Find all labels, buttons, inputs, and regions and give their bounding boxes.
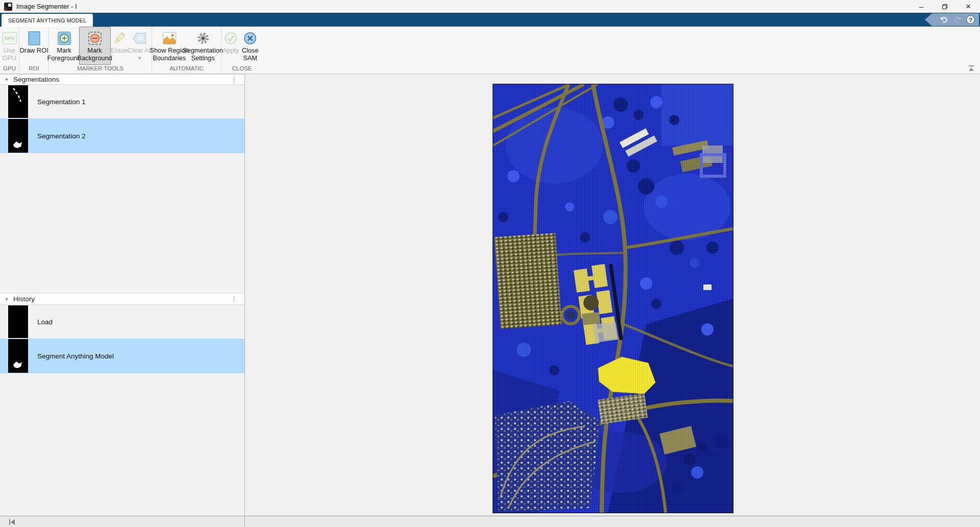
clear-all-icon xyxy=(132,30,148,46)
segmentations-overflow-menu-icon[interactable]: ⋮ xyxy=(231,75,237,84)
group-label-automatic-segmentation: AUTOMATIC SEGMENTATION xyxy=(152,65,221,74)
toolbar-group-automatic-segmentation: Show Region Boundaries Segmentation xyxy=(152,27,222,74)
collapse-toolstrip-button[interactable] xyxy=(967,64,976,73)
close-sam-x-icon xyxy=(243,30,257,46)
tab-segment-anything-model[interactable]: SEGMENT ANYTHING MODEL xyxy=(2,14,93,27)
close-button[interactable]: × xyxy=(957,0,980,13)
group-label-gpu: GPU xyxy=(0,65,19,74)
segmentation-1-label: Segmentation 1 xyxy=(37,98,86,106)
history-sam-label: Segment Anything Model xyxy=(37,352,114,360)
redo-icon xyxy=(953,16,963,24)
erase-button[interactable]: Erase xyxy=(111,27,128,65)
maximize-button[interactable] xyxy=(933,0,957,13)
undo-button[interactable] xyxy=(939,15,949,24)
history-load-thumbnail xyxy=(8,305,28,338)
collapse-panel-button[interactable] xyxy=(8,518,16,525)
mark-background-icon xyxy=(88,30,102,46)
skip-to-start-icon xyxy=(8,519,16,525)
segmentation-2-item[interactable]: Segmentation 2 xyxy=(0,118,244,153)
toolbar-group-close: Apply Close SAM CLOSE xyxy=(222,27,262,74)
gear-icon xyxy=(196,30,210,46)
close-sam-button[interactable]: Close SAM xyxy=(239,27,261,65)
quick-access-toolbar: ? xyxy=(925,13,979,26)
history-sam-thumbnail xyxy=(8,339,28,373)
mark-foreground-icon xyxy=(57,30,71,46)
status-bar xyxy=(0,516,980,527)
history-panel-header[interactable]: ▾ History ⋮ xyxy=(0,293,244,305)
help-button[interactable]: ? xyxy=(966,15,975,24)
segmentations-panel-title: Segmentations xyxy=(13,76,59,83)
history-sam-item[interactable]: Segment Anything Model xyxy=(0,339,244,373)
minimize-button[interactable]: – xyxy=(910,0,933,13)
mark-background-button[interactable]: Mark Background xyxy=(79,27,111,65)
close-icon: × xyxy=(966,2,971,12)
minimize-icon: – xyxy=(919,2,923,11)
segmentation-1-item[interactable]: Segmentation 1 xyxy=(0,85,244,118)
group-label-roi: ROI xyxy=(19,65,48,74)
use-gpu-button[interactable]: GPU Use GPU xyxy=(1,27,18,65)
satellite-image[interactable] xyxy=(493,84,733,513)
apply-button[interactable]: Apply xyxy=(223,27,239,65)
group-label-marker-tools: MARKER TOOLS xyxy=(49,65,152,74)
history-panel-title: History xyxy=(13,295,35,303)
toolbar-group-gpu: GPU Use GPU GPU xyxy=(0,27,19,74)
redo-button[interactable] xyxy=(952,15,963,24)
clear-all-button[interactable]: Clear All ▾ xyxy=(128,27,152,65)
app-icon xyxy=(4,3,12,11)
image-canvas-area xyxy=(245,74,980,516)
group-label-close: CLOSE xyxy=(222,65,262,74)
segmentation-2-thumbnail xyxy=(8,119,28,153)
window-title: Image Segmenter - I xyxy=(16,3,77,10)
toolstrip: GPU Use GPU GPU Draw ROI xyxy=(0,27,980,74)
roi-rectangle-icon xyxy=(28,30,41,46)
segmentation-settings-button[interactable]: Segmentation Settings xyxy=(186,27,220,65)
mark-foreground-button[interactable]: Mark Foreground xyxy=(50,27,79,65)
undo-icon xyxy=(939,16,949,24)
collapse-segmentations-icon[interactable]: ▾ xyxy=(0,77,13,82)
help-icon: ? xyxy=(969,17,972,23)
browser-panel: ▾ Segmentations ⋮ Segmentation 1 Segment… xyxy=(0,74,245,516)
maximize-icon xyxy=(942,4,948,10)
gpu-icon: GPU xyxy=(3,30,17,46)
toolbar-group-roi: Draw ROI ROI xyxy=(19,27,49,74)
history-load-label: Load xyxy=(37,318,53,326)
apply-check-icon xyxy=(224,30,238,46)
status-bar-divider xyxy=(244,516,245,527)
clear-all-dropdown-icon[interactable]: ▾ xyxy=(138,55,141,62)
segmentation-1-thumbnail xyxy=(8,85,28,118)
draw-roi-button[interactable]: Draw ROI xyxy=(20,27,48,65)
collapse-history-icon[interactable]: ▾ xyxy=(0,296,13,302)
toolbar-group-marker-tools: Mark Foreground Mark Background xyxy=(49,27,152,74)
collapse-toolstrip-icon xyxy=(967,65,975,72)
eraser-pencil-icon xyxy=(112,30,127,46)
history-overflow-menu-icon[interactable]: ⋮ xyxy=(231,294,237,304)
show-region-boundaries-button[interactable]: Show Region Boundaries xyxy=(153,27,186,65)
image-segmenter-window: Image Segmenter - I – × SEGMENT ANYTHING… xyxy=(0,0,980,527)
ribbon-tab-bar: SEGMENT ANYTHING MODEL ? xyxy=(0,13,980,27)
title-bar: Image Segmenter - I – × xyxy=(0,0,980,13)
segmentations-panel-header[interactable]: ▾ Segmentations ⋮ xyxy=(0,74,244,85)
history-load-item[interactable]: Load xyxy=(0,305,244,339)
image-regions-icon xyxy=(162,30,177,46)
tab-label: SEGMENT ANYTHING MODEL xyxy=(8,17,86,23)
segmentation-2-label: Segmentation 2 xyxy=(37,132,86,140)
